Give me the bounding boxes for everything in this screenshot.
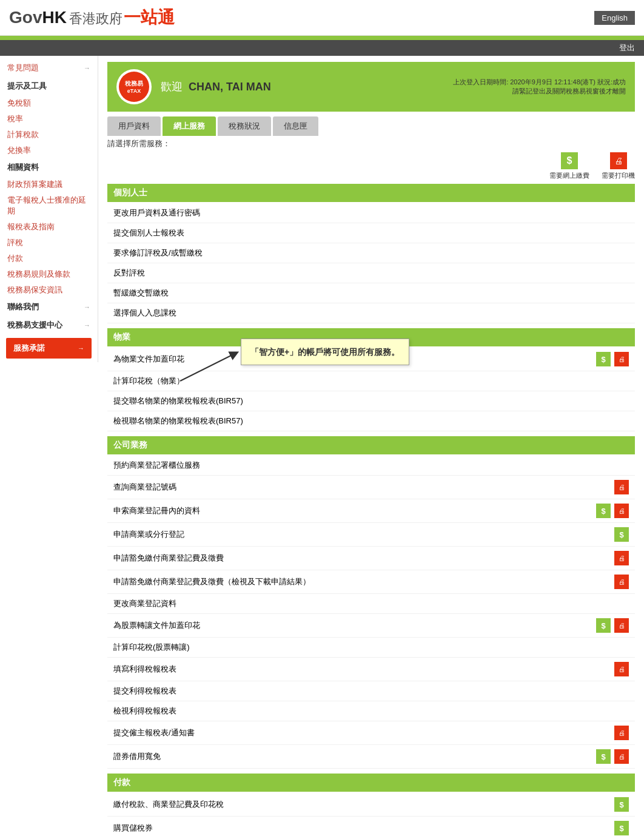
welcome-box: 稅務易 eTAX 歡迎 CHAN, TAI MAN 上次登入日期時間: 2020…: [107, 62, 635, 112]
print-action-icon[interactable]: 🖨: [614, 618, 629, 633]
tab-inbox[interactable]: 信息匣: [273, 116, 318, 136]
table-row[interactable]: 反對評稅: [107, 263, 635, 283]
table-row[interactable]: 申請商業或分行登記 $: [107, 523, 635, 547]
sidebar-item-freetax[interactable]: 免稅額: [0, 95, 98, 111]
print-icon: 🖨: [610, 152, 627, 169]
table-row[interactable]: 填寫利得稅報稅表 🖨: [107, 658, 635, 681]
service-icons: $: [614, 527, 629, 542]
service-icons: 🖨: [614, 726, 629, 740]
print-action-icon[interactable]: 🖨: [614, 726, 629, 740]
main-layout: 常見問題→ 提示及工具 免稅額 稅率 計算稅款 兌換率 相關資料 財政預算案建議…: [0, 56, 644, 836]
sidebar-item-contact[interactable]: 聯絡我們→: [0, 298, 98, 316]
tab-userinfo[interactable]: 用戶資料: [107, 116, 161, 136]
etax-logo: 稅務易 eTAX: [116, 69, 152, 104]
dollar-icon: $: [561, 152, 578, 169]
table-row[interactable]: 為物業文件加蓋印花 $ 🖨: [107, 348, 635, 371]
etax-logo-line1: 稅務易: [125, 79, 143, 88]
print-action-icon[interactable]: 🖨: [614, 352, 629, 366]
print-action-icon[interactable]: 🖨: [614, 504, 629, 518]
service-text: 申請商業或分行登記: [113, 529, 614, 540]
english-button[interactable]: English: [594, 11, 635, 25]
dollar-action-icon[interactable]: $: [614, 527, 629, 542]
service-text: 申請豁免繳付商業登記費及徵費: [113, 553, 614, 564]
print-icon-item: 🖨 需要打印機: [602, 152, 635, 180]
dollar-action-icon[interactable]: $: [614, 821, 629, 835]
sidebar-item-services[interactable]: 服務承諾→: [6, 338, 92, 359]
sidebar-item-calctax[interactable]: 計算稅款: [0, 127, 98, 143]
table-row[interactable]: 申請豁免繳付商業登記費及徵費（檢視及下載申請結果） 🖨: [107, 570, 635, 594]
sidebar-item-security[interactable]: 稅務易保安資訊: [0, 282, 98, 298]
dollar-action-icon[interactable]: $: [596, 504, 611, 518]
sidebar-item-exchange[interactable]: 兌換率: [0, 143, 98, 158]
online-payment-icon-item: $ 需要網上繳費: [549, 152, 589, 180]
tooltip-bubble: 「智方便+」的帳戶將可使用所有服務。: [241, 339, 409, 365]
service-text: 提交僱主報稅表/通知書: [113, 727, 614, 738]
table-row[interactable]: 更改商業登記資料: [107, 594, 635, 614]
table-row[interactable]: 申請豁免繳付商業登記費及徵費 🖨: [107, 547, 635, 570]
tooltip-arrow-svg: [174, 351, 247, 387]
print-action-icon[interactable]: 🖨: [614, 749, 629, 764]
service-icons: 🖨: [614, 551, 629, 565]
table-row[interactable]: 證券借用寬免 $ 🖨: [107, 745, 635, 769]
header: GovHK香港政府一站通 English: [0, 0, 644, 36]
service-text: 購買儲稅券: [113, 823, 614, 834]
sidebar-item-budget[interactable]: 財政預算案建議: [0, 177, 98, 192]
table-row[interactable]: 查詢商業登記號碼 🖨: [107, 476, 635, 499]
sidebar-item-efiling[interactable]: 電子報稅人士獲准的延期: [0, 192, 98, 219]
print-action-icon[interactable]: 🖨: [614, 480, 629, 494]
table-row[interactable]: 更改用戶資料及通行密碼: [107, 203, 635, 223]
dollar-action-icon[interactable]: $: [614, 797, 629, 812]
table-row[interactable]: 要求修訂評稅及/或暫繳稅: [107, 243, 635, 263]
dollar-action-icon[interactable]: $: [596, 749, 611, 764]
dollar-action-icon[interactable]: $: [596, 352, 611, 366]
sidebar-item-support[interactable]: 稅務易支援中心→: [0, 316, 98, 334]
svg-line-0: [180, 354, 235, 381]
sidebar-item-payment[interactable]: 付款: [0, 251, 98, 266]
sidebar: 常見問題→ 提示及工具 免稅額 稅率 計算稅款 兌換率 相關資料 財政預算案建議…: [0, 56, 98, 362]
table-row[interactable]: 為股票轉讓文件加蓋印花 $ 🖨: [107, 614, 635, 638]
tab-tax-status[interactable]: 稅務狀況: [218, 116, 271, 136]
service-text: 填寫利得稅報稅表: [113, 664, 614, 675]
section-payment: 付款 繳付稅款、商業登記費及印花稅 $ 購買儲稅券 $: [107, 774, 635, 836]
service-text: 證券借用寬免: [113, 751, 596, 762]
sidebar-item-rules[interactable]: 稅務易規則及條款: [0, 266, 98, 282]
sidebar-item-assess[interactable]: 評稅: [0, 235, 98, 251]
table-row[interactable]: 提交聯名物業的物業稅報稅表(BIR57): [107, 391, 635, 411]
print-action-icon[interactable]: 🖨: [614, 662, 629, 676]
logout-button[interactable]: 登出: [619, 42, 635, 53]
table-row[interactable]: 檢視利得稅報稅表: [107, 701, 635, 721]
table-row[interactable]: 申索商業登記冊內的資料 $ 🖨: [107, 499, 635, 523]
sidebar-item-tips[interactable]: 提示及工具: [0, 77, 98, 95]
table-row[interactable]: 提交個別人士報稅表: [107, 223, 635, 243]
service-text: 預約商業登記署櫃位服務: [113, 460, 629, 471]
content: 稅務易 eTAX 歡迎 CHAN, TAI MAN 上次登入日期時間: 2020…: [98, 56, 644, 836]
tab-online-services[interactable]: 網上服務: [163, 116, 216, 136]
print-action-icon[interactable]: 🖨: [614, 575, 629, 589]
section-property: 物業 為物業文件加蓋印花 $ 🖨: [107, 328, 635, 431]
table-row[interactable]: 選擇個人入息課稅: [107, 303, 635, 323]
table-row[interactable]: 提交利得稅報稅表: [107, 681, 635, 701]
service-icons: 🖨: [614, 662, 629, 676]
service-text: 申索商業登記冊內的資料: [113, 505, 596, 516]
table-row[interactable]: 繳付稅款、商業登記費及印花稅 $: [107, 793, 635, 817]
dollar-action-icon[interactable]: $: [596, 618, 611, 633]
section-company: 公司業務 預約商業登記署櫃位服務 查詢商業登記號碼 🖨 申索商業登記冊內的資料 …: [107, 436, 635, 769]
sidebar-item-taxguide[interactable]: 報稅表及指南: [0, 219, 98, 235]
table-row[interactable]: 檢視聯名物業的物業稅報稅表(BIR57): [107, 411, 635, 431]
logo-one: 一站通: [124, 8, 175, 27]
table-row[interactable]: 暫緩繳交暫繳稅: [107, 283, 635, 303]
sidebar-item-faq[interactable]: 常見問題→: [0, 59, 98, 77]
sidebar-item-related: 相關資料: [0, 158, 98, 177]
service-text: 繳付稅款、商業登記費及印花稅: [113, 799, 614, 810]
sidebar-item-taxrate[interactable]: 稅率: [0, 111, 98, 127]
service-icons: $ 🖨: [596, 504, 629, 518]
table-row[interactable]: 提交僱主報稅表/通知書 🖨: [107, 721, 635, 745]
table-row[interactable]: 購買儲稅券 $: [107, 817, 635, 836]
logo: GovHK香港政府一站通: [9, 6, 175, 29]
table-row[interactable]: 計算印花稅(股票轉讓): [107, 638, 635, 658]
logo-hk: HK: [42, 8, 66, 27]
top-bar: [0, 36, 644, 40]
table-row[interactable]: 預約商業登記署櫃位服務: [107, 456, 635, 476]
print-action-icon[interactable]: 🖨: [614, 551, 629, 565]
logout-bar: 登出: [0, 40, 644, 56]
